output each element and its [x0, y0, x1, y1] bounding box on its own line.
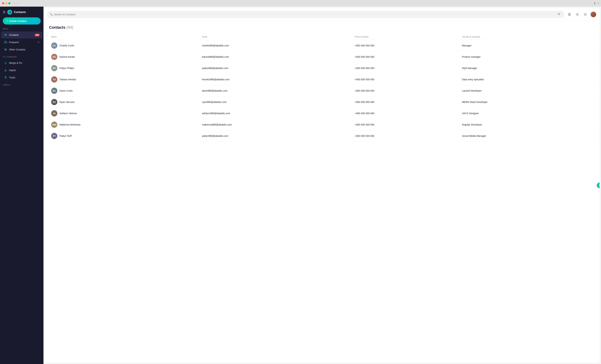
contact-email: ryan986@abatido.com: [200, 97, 353, 108]
import-label: Import: [9, 69, 40, 72]
contact-email: ashlynn986@abatido.com: [200, 108, 353, 119]
contact-name-cell: TH Tatiana Herwitz: [51, 76, 198, 83]
search-icon: 🔍: [50, 13, 53, 16]
contact-avatar-0: CC: [51, 42, 57, 49]
col-email: Email: [200, 34, 353, 40]
top-bar-icons: [567, 12, 596, 17]
contact-avatar-3: TH: [51, 76, 57, 83]
contact-phone: +000 000 000 000: [352, 51, 460, 63]
contact-name-cell: MW Makenna Workman: [51, 121, 198, 128]
contacts-table: Name Email Phone Number Job title & comp…: [49, 34, 594, 142]
sidebar: ☰ Contacts + Create Contact Menu Con: [0, 7, 43, 364]
contact-job: UI/UX Designer: [460, 108, 594, 119]
contact-job: SQA Manager: [460, 63, 594, 74]
contact-name: Davis Curtis: [60, 89, 72, 92]
contact-phone: +000 000 000 000: [352, 108, 460, 119]
fix-manage-label: Fix & manage: [0, 56, 43, 59]
filter-button[interactable]: [556, 12, 562, 17]
svg-point-20: [586, 15, 587, 16]
contacts-badge: 120: [35, 34, 40, 36]
create-contact-label: Create Contact: [9, 20, 27, 22]
main-content: 🔍: [43, 8, 600, 363]
contacts-icon: [4, 33, 7, 37]
help-icon[interactable]: [567, 12, 572, 17]
content-area: Contacts (99) Name Email Phone Number Jo…: [43, 21, 600, 363]
hamburger-icon[interactable]: ☰: [3, 10, 6, 14]
maximize-button[interactable]: [8, 2, 10, 4]
window-add-icon[interactable]: +: [598, 2, 599, 5]
forward-button[interactable]: ›: [16, 1, 19, 5]
refresh-icon[interactable]: ↻: [38, 41, 40, 44]
app-logo: [7, 10, 12, 15]
apps-icon[interactable]: [582, 12, 588, 17]
svg-rect-2: [4, 49, 7, 49]
create-contact-button[interactable]: + Create Contact: [3, 17, 41, 25]
traffic-lights: [2, 2, 10, 4]
close-button[interactable]: [2, 2, 4, 4]
svg-point-12: [584, 13, 585, 14]
contact-email: herwitz986@abatido.com: [200, 74, 353, 85]
back-button[interactable]: ‹: [13, 1, 15, 5]
user-avatar[interactable]: [591, 12, 596, 17]
table-row[interactable]: RV Ryan Vaccaro ryan986@abatido.com +000…: [49, 97, 594, 108]
contact-name: Charlie Curtis: [60, 44, 74, 47]
contacts-count: (99): [66, 25, 73, 30]
table-row[interactable]: KK Kianna Kenter kianna986@abatido.com +…: [49, 51, 594, 63]
contact-phone: +000 000 000 000: [352, 74, 460, 85]
contact-email: charlie986@abatido.com: [200, 40, 353, 51]
svg-rect-4: [4, 50, 7, 50]
contact-name-cell: KK Kianna Kenter: [51, 54, 198, 60]
contact-name-cell: RV Ryan Vaccaro: [51, 99, 198, 105]
sidebar-item-contacts[interactable]: Contacts 120: [1, 31, 42, 39]
col-name: Name: [49, 34, 200, 40]
sidebar-item-import[interactable]: Import: [1, 67, 42, 74]
table-row[interactable]: MW Makenna Workman makenna986@abatido.co…: [49, 119, 594, 130]
contact-email: paityn986@abatido.com: [200, 130, 353, 142]
contact-email: kianna986@abatido.com: [200, 51, 353, 63]
sidebar-item-frequent[interactable]: Frequent ↻: [1, 39, 42, 46]
table-row[interactable]: PT Paityn Torff paityn986@abatido.com +0…: [49, 130, 594, 142]
contact-name-cell: AV Ashlynn Vetrovs: [51, 110, 198, 117]
table-row[interactable]: DC Davis Curtis davis986@abatido.com +00…: [49, 85, 594, 97]
contact-phone: +000 000 000 000: [352, 97, 460, 108]
table-row[interactable]: AV Ashlynn Vetrovs ashlynn986@abatido.co…: [49, 108, 594, 119]
contact-avatar-5: RV: [51, 99, 57, 105]
contact-phone: +000 000 000 000: [352, 119, 460, 130]
svg-point-19: [585, 15, 586, 16]
merge-icon: [4, 61, 7, 65]
labels-label: Labels: [0, 84, 43, 87]
contact-avatar-8: PT: [51, 133, 57, 139]
contact-job: Social Media Manager: [460, 130, 594, 142]
title-bar-icons: ⬆ +: [594, 2, 599, 5]
minimize-button[interactable]: [5, 2, 7, 4]
contact-phone: +000 000 000 000: [352, 85, 460, 97]
contact-phone: +000 000 000 000: [352, 130, 460, 142]
contact-phone: +000 000 000 000: [352, 40, 460, 51]
app-container: ☰ Contacts + Create Contact Menu Con: [0, 7, 601, 364]
svg-point-15: [584, 14, 585, 15]
table-row[interactable]: TH Tatiana Herwitz herwitz986@abatido.co…: [49, 74, 594, 85]
menu-label: Menu: [0, 28, 43, 31]
contact-avatar-4: DC: [51, 88, 57, 94]
contact-avatar-6: AV: [51, 110, 57, 117]
contact-phone: +000 000 000 000: [352, 63, 460, 74]
window-share-icon[interactable]: ⬆: [594, 2, 596, 5]
contact-avatar-2: PP: [51, 65, 57, 71]
trash-icon: [4, 76, 7, 79]
sidebar-item-trash[interactable]: Trash: [1, 74, 42, 81]
search-container: 🔍: [47, 11, 564, 18]
top-bar: 🔍: [43, 8, 600, 21]
table-row[interactable]: PP Paityn Philips paityn986@abatido.com …: [49, 63, 594, 74]
table-row[interactable]: CC Charlie Curtis charlie986@abatido.com…: [49, 40, 594, 51]
sidebar-item-other-contacts[interactable]: Other Contacts: [1, 46, 42, 53]
contact-job: Product manager: [460, 51, 594, 63]
sidebar-item-merge-fix[interactable]: Merge & Fix: [1, 59, 42, 66]
contact-avatar-7: MW: [51, 121, 57, 128]
app-title: Contacts: [14, 10, 26, 14]
contact-name-cell: DC Davis Curtis: [51, 88, 198, 94]
settings-icon[interactable]: [575, 12, 580, 17]
search-input[interactable]: [54, 13, 555, 16]
contact-email: makenna986@abatido.com: [200, 119, 353, 130]
svg-point-13: [585, 13, 586, 14]
contact-job: Manager: [460, 40, 594, 51]
